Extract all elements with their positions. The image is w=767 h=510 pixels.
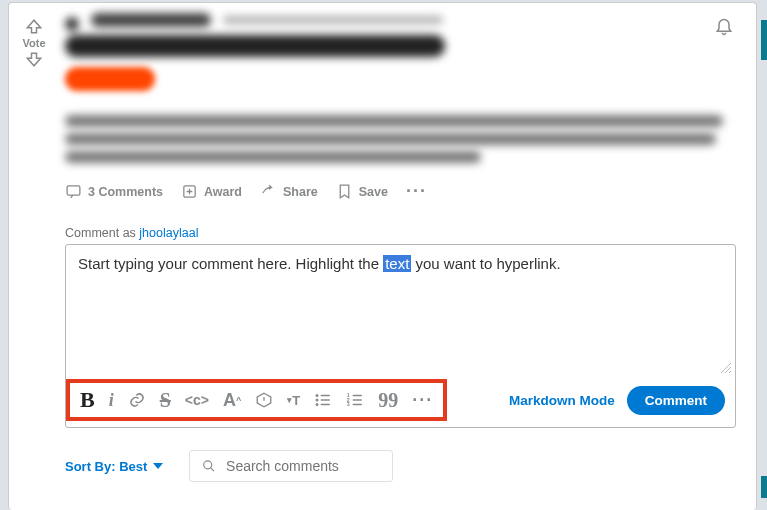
share-label: Share (283, 185, 318, 199)
link-button[interactable] (128, 391, 146, 409)
share-button[interactable]: Share (260, 183, 318, 200)
heading-button[interactable]: ▾T (287, 393, 300, 408)
superscript-button[interactable]: A^ (223, 390, 241, 411)
svg-point-8 (316, 404, 318, 406)
formatting-toolbar-highlight: B i S <c> A^ ▾T 123 99 ··· (66, 379, 447, 421)
sort-dropdown[interactable]: Sort By: Best (65, 459, 163, 474)
resize-handle[interactable] (721, 359, 731, 369)
strikethrough-button[interactable]: S (160, 389, 171, 412)
vote-label: Vote (22, 37, 45, 49)
save-button[interactable]: Save (336, 183, 388, 200)
svg-point-17 (204, 461, 212, 469)
submit-comment-button[interactable]: Comment (627, 386, 725, 415)
username-link[interactable]: jhoolaylaal (139, 226, 198, 240)
upvote-button[interactable] (24, 16, 44, 36)
svg-marker-16 (153, 463, 163, 469)
highlighted-text: text (383, 255, 411, 272)
save-label: Save (359, 185, 388, 199)
spoiler-button[interactable] (255, 391, 273, 409)
search-comments-box[interactable] (189, 450, 393, 482)
comment-editor: Start typing your comment here. Highligh… (65, 244, 736, 428)
numbered-list-button[interactable]: 123 (346, 391, 364, 409)
italic-button[interactable]: i (109, 390, 114, 411)
svg-line-18 (211, 468, 214, 471)
comments-label: 3 Comments (88, 185, 163, 199)
more-button[interactable]: ··· (406, 181, 427, 202)
comment-as-line: Comment as jhoolaylaal (65, 226, 736, 240)
search-comments-input[interactable] (224, 457, 380, 475)
comment-textarea[interactable]: Start typing your comment here. Highligh… (66, 245, 735, 373)
svg-point-4 (316, 395, 318, 397)
svg-text:3: 3 (347, 401, 350, 407)
quote-button[interactable]: 99 (378, 389, 398, 412)
toolbar-more-button[interactable]: ··· (412, 390, 433, 411)
svg-rect-0 (67, 186, 80, 195)
markdown-mode-button[interactable]: Markdown Mode (509, 393, 615, 408)
award-button[interactable]: Award (181, 183, 242, 200)
post-flair (65, 67, 155, 91)
svg-point-6 (316, 399, 318, 401)
inline-code-button[interactable]: <c> (185, 392, 209, 408)
bullet-list-button[interactable] (314, 391, 332, 409)
bold-button[interactable]: B (80, 387, 95, 413)
comments-button[interactable]: 3 Comments (65, 183, 163, 200)
downvote-button[interactable] (24, 50, 44, 70)
award-label: Award (204, 185, 242, 199)
